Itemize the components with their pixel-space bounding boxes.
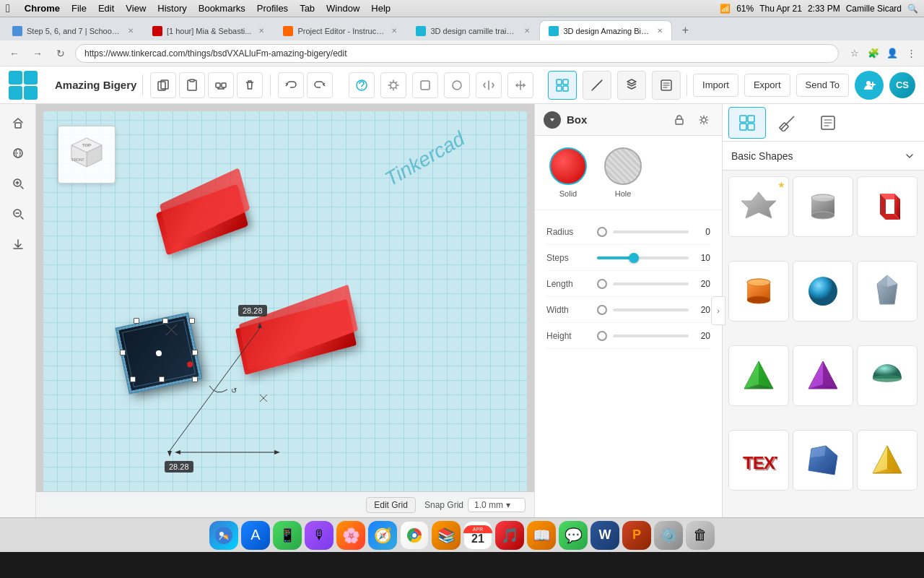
hole-swatch[interactable]: Hole xyxy=(604,147,642,198)
handle-tm[interactable] xyxy=(162,318,168,324)
menu-edit[interactable]: Edit xyxy=(98,3,114,14)
snap-dropdown[interactable]: 1.0 mm ▾ xyxy=(468,498,526,512)
home-tool[interactable] xyxy=(5,110,31,136)
props-collapse-button[interactable] xyxy=(544,111,561,129)
dock-siri[interactable]: 🎙 xyxy=(305,521,334,550)
dock-appstore[interactable]: A xyxy=(241,521,270,550)
grid-view-button[interactable] xyxy=(548,71,577,100)
canvas-area[interactable]: Tinkercad TOP xyxy=(36,104,534,517)
prop-track-radius[interactable] xyxy=(613,230,689,233)
view-cube[interactable]: TOP FRONT xyxy=(58,126,116,184)
menu-dots-icon[interactable]: ⋮ xyxy=(904,46,918,61)
undo-button[interactable] xyxy=(278,72,304,98)
collapse-panel-button[interactable]: › xyxy=(711,296,725,325)
export-button[interactable]: Export xyxy=(744,74,790,97)
handle-ml[interactable] xyxy=(120,350,126,355)
dock-safari[interactable]: 🧭 xyxy=(368,521,397,550)
handle-mr[interactable] xyxy=(192,350,198,355)
tab-2[interactable]: Project Editor - Instructab... ✕ xyxy=(274,20,406,40)
prop-track-length[interactable] xyxy=(613,282,689,285)
menu-bookmarks[interactable]: Bookmarks xyxy=(199,3,245,14)
tab-close-1[interactable]: ✕ xyxy=(258,27,264,35)
light-button[interactable] xyxy=(380,72,406,98)
tab-1[interactable]: [1 hour] Mia & Sebasti... ✕ xyxy=(143,20,274,40)
layers-view-button[interactable] xyxy=(617,71,646,100)
dock-trash[interactable]: 🗑 xyxy=(686,521,715,550)
menu-help[interactable]: Help xyxy=(371,3,391,14)
menu-file[interactable]: File xyxy=(71,3,87,14)
redo-button[interactable] xyxy=(307,72,333,98)
zoom-out-tool[interactable] xyxy=(5,201,31,227)
handle-bl[interactable] xyxy=(130,376,136,382)
shape-item-cylinder-gray[interactable] xyxy=(793,176,853,237)
bookmark-icon[interactable]: ☆ xyxy=(847,46,862,61)
import-button[interactable]: Import xyxy=(693,74,738,97)
red-box-1[interactable] xyxy=(156,184,248,255)
dock-photos[interactable]: 🌸 xyxy=(336,521,365,550)
shape-item-prism-blue[interactable] xyxy=(793,430,853,491)
back-button[interactable]: ← xyxy=(6,45,23,62)
refresh-button[interactable]: ↻ xyxy=(52,45,69,62)
panel-tab-shapes[interactable] xyxy=(728,107,766,139)
shape-item-half-sphere[interactable] xyxy=(857,345,918,406)
prop-thumb-radius[interactable] xyxy=(597,227,607,237)
dock-messages[interactable]: 💬 xyxy=(559,521,588,550)
menu-window[interactable]: Window xyxy=(326,3,359,14)
menu-profiles[interactable]: Profiles xyxy=(257,3,288,14)
handle-tr[interactable] xyxy=(189,318,195,324)
panel-tab-notes[interactable] xyxy=(809,107,847,139)
panel-tab-ruler[interactable] xyxy=(769,107,806,139)
dock-word[interactable]: W xyxy=(590,521,619,550)
menu-view[interactable]: View xyxy=(126,3,146,14)
dock-finder[interactable] xyxy=(209,521,238,550)
zoom-in-tool[interactable] xyxy=(5,171,31,197)
shape-item-cylinder-orange[interactable] xyxy=(728,261,789,322)
dock-kindle[interactable]: 📚 xyxy=(432,521,461,550)
prop-thumb-length[interactable] xyxy=(597,279,607,289)
shape-item-starred[interactable]: ★ xyxy=(728,176,789,237)
shape-item-crystal[interactable] xyxy=(857,261,918,322)
hole-circle[interactable] xyxy=(604,147,642,185)
notes-view-button[interactable] xyxy=(652,71,681,100)
dock-powerpoint[interactable]: P xyxy=(622,521,651,550)
props-lock-button[interactable] xyxy=(670,111,689,129)
tab-0[interactable]: Step 5, 6, and 7 | Schoolo... ✕ xyxy=(3,20,143,40)
solid-circle[interactable] xyxy=(549,147,587,185)
prop-thumb-steps[interactable] xyxy=(629,253,639,263)
prop-thumb-width[interactable] xyxy=(597,305,607,315)
dock-facetime[interactable]: 📱 xyxy=(273,521,302,550)
handle-br[interactable] xyxy=(192,376,198,382)
delete-button[interactable] xyxy=(237,72,263,98)
shape-item-pyramid-purple[interactable] xyxy=(793,345,853,406)
user-avatar[interactable]: CS xyxy=(889,72,915,98)
menu-chrome[interactable]: Chrome xyxy=(25,3,60,14)
add-user-button[interactable] xyxy=(855,71,884,100)
search-icon[interactable]: 🔍 xyxy=(907,4,918,14)
apple-menu-icon[interactable]:  xyxy=(6,2,10,15)
mirror-button[interactable] xyxy=(476,72,502,98)
align-button[interactable] xyxy=(507,72,533,98)
new-tab-button[interactable]: + xyxy=(675,20,695,40)
annotate-button[interactable] xyxy=(349,72,375,98)
paste-button[interactable] xyxy=(179,72,205,98)
ruler-view-button[interactable] xyxy=(583,71,611,100)
shape-item-pyramid-green[interactable] xyxy=(728,345,789,406)
prop-track-steps[interactable] xyxy=(597,256,689,259)
menu-history[interactable]: History xyxy=(157,3,186,14)
tab-4[interactable]: 3D design Amazing Bigery... ✕ xyxy=(539,20,672,40)
address-bar[interactable]: https://www.tinkercad.com/things/bsdVXAL… xyxy=(75,44,839,63)
shape-item-box-red[interactable] xyxy=(857,176,918,237)
dock-music[interactable]: 🎵 xyxy=(495,521,524,550)
forward-button[interactable]: → xyxy=(29,45,46,62)
dock-ibooks[interactable]: 📖 xyxy=(527,521,556,550)
send-to-button[interactable]: Send To xyxy=(796,74,849,97)
orbit-tool[interactable] xyxy=(5,140,31,166)
drop-tool[interactable] xyxy=(5,231,31,257)
shape-item-sphere-blue[interactable] xyxy=(793,261,853,322)
tab-close-0[interactable]: ✕ xyxy=(128,27,134,35)
tab-close-3[interactable]: ✕ xyxy=(524,27,530,35)
group-button[interactable] xyxy=(208,72,234,98)
copy-button[interactable] xyxy=(150,72,176,98)
prop-track-height[interactable] xyxy=(613,335,689,337)
prop-thumb-height[interactable] xyxy=(597,331,607,341)
